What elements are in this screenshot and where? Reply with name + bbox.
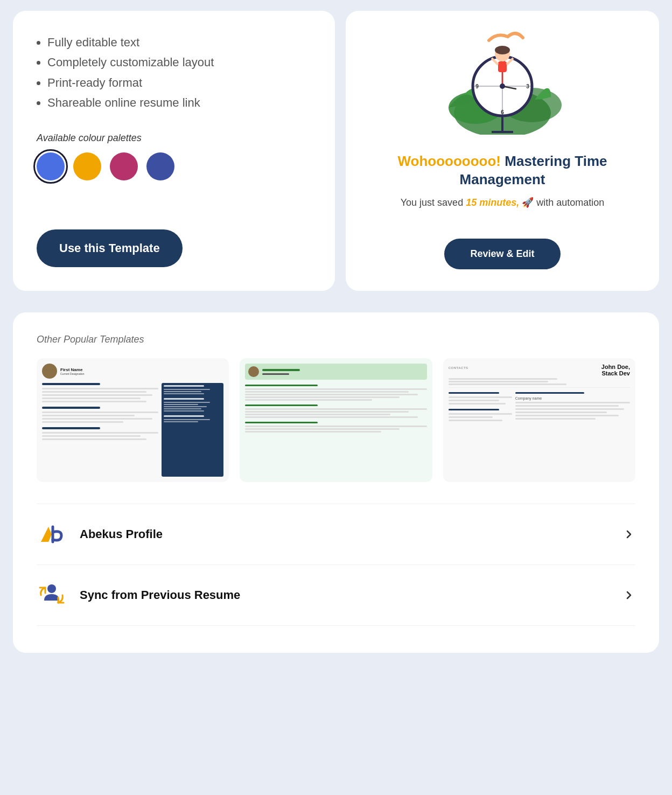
feature-item-2: Completely customizable layout <box>47 52 311 72</box>
chevron-right-icon-1 <box>622 528 635 541</box>
promo-subtext: You just saved 15 minutes, 🚀 with automa… <box>376 196 629 210</box>
swatch-pink[interactable] <box>110 152 138 180</box>
swatch-navy[interactable] <box>146 152 174 180</box>
template-thumb-3[interactable]: CONTACTS John Doe, Stack Dev <box>443 358 635 482</box>
features-list: Fully editable text Completely customiza… <box>37 32 311 113</box>
resume-mock-3: CONTACTS John Doe, Stack Dev <box>443 358 635 482</box>
promo-text-area: Wohoooooooo! Mastering Time Management Y… <box>365 152 640 210</box>
resume1-header-text: First Name Current Designation <box>60 364 84 379</box>
swatch-orange[interactable] <box>73 152 101 180</box>
feature-item-3: Print-ready format <box>47 73 311 93</box>
swatch-blue[interactable] <box>37 152 65 180</box>
sync-resume-item[interactable]: Sync from Previous Resume <box>37 564 635 626</box>
other-templates-label: Other Popular Templates <box>37 334 635 345</box>
sync-icon <box>37 580 67 610</box>
promo-minutes: 15 minutes, <box>466 197 519 208</box>
chevron-right-icon-2 <box>622 589 635 602</box>
palette-label: Available colour palettes <box>37 132 311 144</box>
feature-item-1: Fully editable text <box>47 32 311 52</box>
sync-logo <box>37 580 67 610</box>
illustration-area: 12 3 6 9 <box>365 27 640 135</box>
abekus-icon <box>37 519 67 549</box>
svg-rect-16 <box>498 61 507 72</box>
sync-resume-label: Sync from Previous Resume <box>80 588 622 602</box>
action-items: Abekus Profile <box>37 504 635 626</box>
abekus-logo <box>37 519 67 549</box>
resume-mock-1: First Name Current Designation <box>37 358 229 482</box>
templates-row: First Name Current Designation <box>37 358 635 482</box>
color-swatches <box>37 152 311 180</box>
use-template-button[interactable]: Use this Template <box>37 229 183 267</box>
clock-illustration: 12 3 6 9 <box>365 27 640 135</box>
promo-emoji: 🚀 <box>519 197 534 208</box>
promo-subtext-prefix: You just saved <box>401 197 466 208</box>
resume1-avatar <box>42 364 57 379</box>
bottom-section: Other Popular Templates First Name Curre… <box>13 312 659 653</box>
svg-point-12 <box>500 83 505 89</box>
palette-section: Available colour palettes <box>37 132 311 180</box>
right-card: 12 3 6 9 <box>346 11 659 291</box>
promo-exclaim: Wohoooooooo! <box>397 153 501 169</box>
abekus-profile-label: Abekus Profile <box>80 527 622 541</box>
resume-mock-2 <box>240 358 432 482</box>
abekus-profile-item[interactable]: Abekus Profile <box>37 504 635 564</box>
promo-headline: Wohoooooooo! Mastering Time Management <box>376 152 629 189</box>
template-thumb-2[interactable] <box>240 358 432 482</box>
svg-point-19 <box>495 46 510 54</box>
template-thumb-1[interactable]: First Name Current Designation <box>37 358 229 482</box>
review-edit-button[interactable]: Review & Edit <box>444 239 560 269</box>
svg-point-20 <box>47 584 56 593</box>
promo-subtext-suffix: with automation <box>534 197 604 208</box>
left-card: Fully editable text Completely customiza… <box>13 11 335 291</box>
feature-item-4: Shareable online resume link <box>47 93 311 113</box>
